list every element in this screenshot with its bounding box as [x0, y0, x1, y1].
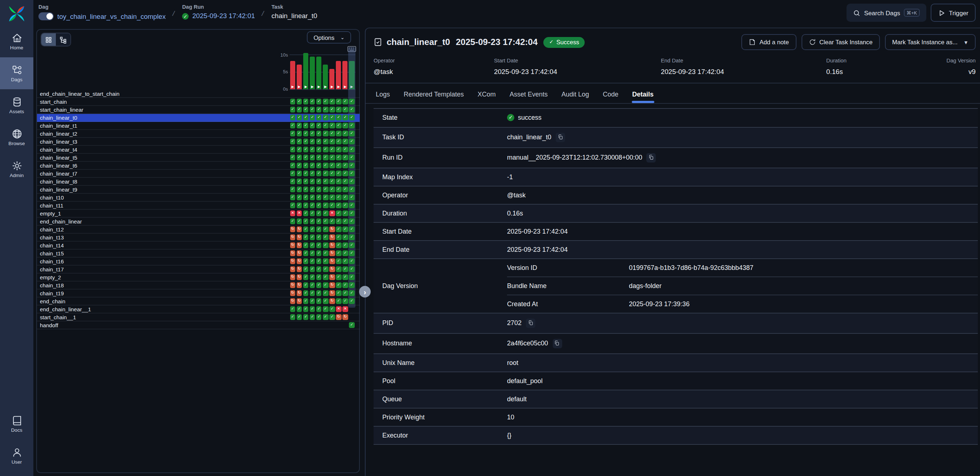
task-name-label[interactable]: chain_linear_t3 — [40, 138, 77, 145]
task-instance-cell-success[interactable]: ✓ — [342, 170, 348, 176]
task-row[interactable]: chain_linear_t2✓✓✓✓✓✓✓✓✓✓ — [37, 130, 360, 138]
task-instance-cell-failed[interactable]: ✕ — [297, 210, 302, 216]
task-instance-cell-success[interactable]: ✓ — [342, 298, 348, 304]
task-instance-cell-success[interactable]: ✓ — [310, 194, 315, 200]
task-name-label[interactable]: start_chain — [40, 98, 67, 105]
task-name-label[interactable]: chain_linear_t9 — [40, 186, 77, 193]
tab-xcom[interactable]: XCom — [477, 84, 496, 103]
task-name-label[interactable]: chain_t10 — [40, 194, 64, 201]
task-instance-cell-success[interactable]: ✓ — [342, 258, 348, 264]
dag-name-link[interactable]: toy_chain_linear_vs_chain_complex — [57, 13, 166, 20]
task-instance-cell-success[interactable]: ✓ — [310, 210, 315, 216]
task-name-label[interactable]: start_chain__1 — [40, 314, 76, 320]
task-instance-cell-success[interactable]: ✓ — [323, 186, 328, 192]
task-row[interactable]: chain_linear_t5✓✓✓✓✓✓✓✓✓✓ — [37, 154, 360, 162]
task-instance-cell-retry[interactable]: ↻ — [297, 290, 302, 296]
task-instance-cell-success[interactable]: ✓ — [290, 202, 295, 208]
task-instance-cell-success[interactable]: ✓ — [323, 306, 328, 312]
task-instance-cell-success[interactable]: ✓ — [290, 154, 295, 160]
task-instance-cell-success[interactable]: ✓ — [336, 226, 341, 232]
task-instance-cell-success[interactable]: ✓ — [290, 170, 295, 176]
task-instance-cell-retry[interactable]: ↻ — [297, 226, 302, 232]
task-instance-cell-success[interactable]: ✓ — [316, 250, 322, 256]
task-instance-cell-success[interactable]: ✓ — [349, 282, 354, 288]
task-instance-cell-success[interactable]: ✓ — [310, 131, 315, 136]
task-instance-cell-success[interactable]: ✓ — [303, 290, 309, 296]
task-instance-cell-success[interactable]: ✓ — [349, 123, 354, 128]
task-instance-cell-success[interactable]: ✓ — [349, 146, 354, 152]
task-instance-cell-success[interactable]: ✓ — [290, 314, 295, 320]
task-instance-cell-retry[interactable]: ↻ — [329, 298, 335, 304]
run-duration-bar[interactable]: ▶ — [303, 53, 308, 89]
task-row[interactable]: start_chain_linear✓✓✓✓✓✓✓✓✓✓ — [37, 106, 360, 114]
task-instance-cell-failed[interactable]: ✕ — [290, 210, 295, 216]
task-instance-cell-success[interactable]: ✓ — [310, 298, 315, 304]
task-instance-cell-success[interactable]: ✓ — [310, 250, 315, 256]
task-instance-cell-success[interactable]: ✓ — [329, 123, 335, 128]
task-instance-cell-retry[interactable]: ↻ — [290, 266, 295, 272]
task-instance-cell-success[interactable]: ✓ — [290, 99, 295, 104]
task-instance-cell-success[interactable]: ✓ — [329, 139, 335, 144]
task-instance-cell-retry[interactable]: ↻ — [290, 234, 295, 240]
task-instance-cell-success[interactable]: ✓ — [323, 210, 328, 216]
task-instance-cell-success[interactable]: ✓ — [349, 139, 354, 144]
task-instance-cell-success[interactable]: ✓ — [310, 146, 315, 152]
task-name-label[interactable]: end_chain — [40, 298, 65, 304]
copy-button[interactable] — [552, 339, 562, 348]
task-instance-cell-success[interactable]: ✓ — [329, 162, 335, 168]
task-instance-cell-success[interactable]: ✓ — [310, 258, 315, 264]
task-instance-cell-success[interactable]: ✓ — [316, 178, 322, 184]
task-row[interactable]: start_chain__1✓✓✓✓✓✓✓↻↻ — [37, 314, 360, 322]
task-instance-cell-success[interactable]: ✓ — [342, 123, 348, 128]
task-instance-cell-success[interactable]: ✓ — [329, 314, 335, 320]
task-instance-cell-retry[interactable]: ↻ — [290, 290, 295, 296]
task-instance-cell-success[interactable]: ✓ — [323, 178, 328, 184]
task-instance-cell-success[interactable]: ✓ — [303, 131, 309, 136]
task-instance-cell-success[interactable]: ✓ — [336, 162, 341, 168]
task-instance-cell-retry[interactable]: ↻ — [290, 298, 295, 304]
copy-button[interactable] — [556, 132, 565, 142]
task-instance-cell-success[interactable]: ✓ — [303, 107, 309, 112]
sidebar-item-home[interactable]: Home — [0, 25, 33, 57]
task-instance-cell-success[interactable]: ✓ — [303, 99, 309, 104]
task-name-label[interactable]: end_chain_linear — [40, 218, 82, 224]
task-instance-cell-success[interactable]: ✓ — [303, 186, 309, 192]
task-instance-cell-success[interactable]: ✓ — [342, 131, 348, 136]
task-instance-cell-success[interactable]: ✓ — [342, 274, 348, 280]
task-instance-cell-success[interactable]: ✓ — [336, 131, 341, 136]
task-instance-cell-success[interactable]: ✓ — [310, 290, 315, 296]
run-duration-bar[interactable]: ▶ — [310, 57, 315, 89]
task-instance-cell-success[interactable]: ✓ — [290, 306, 295, 312]
task-instance-cell-success[interactable]: ✓ — [316, 298, 322, 304]
task-instance-cell-success[interactable]: ✓ — [303, 178, 309, 184]
task-instance-cell-success[interactable]: ✓ — [349, 290, 354, 296]
task-row[interactable]: chain_t14↻↻✓✓✓✓↻✓✓✓ — [37, 242, 360, 250]
task-instance-cell-success[interactable]: ✓ — [310, 115, 315, 120]
task-instance-cell-success[interactable]: ✓ — [310, 218, 315, 224]
task-instance-cell-success[interactable]: ✓ — [349, 258, 354, 264]
task-instance-cell-success[interactable]: ✓ — [316, 210, 322, 216]
task-instance-cell-success[interactable]: ✓ — [342, 250, 348, 256]
task-instance-cell-success[interactable]: ✓ — [310, 139, 315, 144]
task-instance-cell-success[interactable]: ✓ — [336, 186, 341, 192]
task-instance-cell-success[interactable]: ✓ — [297, 178, 302, 184]
task-instance-cell-retry[interactable]: ↻ — [329, 290, 335, 296]
task-instance-cell-success[interactable]: ✓ — [290, 115, 295, 120]
task-instance-cell-success[interactable]: ✓ — [342, 282, 348, 288]
task-row[interactable]: end_chain_linear_to_start_chain — [37, 90, 360, 98]
task-instance-cell-success[interactable]: ✓ — [316, 194, 322, 200]
task-instance-cell-success[interactable]: ✓ — [297, 170, 302, 176]
task-instance-cell-success[interactable]: ✓ — [323, 234, 328, 240]
task-instance-cell-success[interactable]: ✓ — [290, 146, 295, 152]
task-instance-cell-retry[interactable]: ↻ — [290, 242, 295, 248]
task-instance-cell-retry[interactable]: ↻ — [297, 234, 302, 240]
task-instance-cell-success[interactable]: ✓ — [303, 314, 309, 320]
task-instance-cell-success[interactable]: ✓ — [297, 107, 302, 112]
task-instance-cell-success[interactable]: ✓ — [336, 274, 341, 280]
task-instance-cell-success[interactable]: ✓ — [342, 107, 348, 112]
task-instance-cell-success[interactable]: ✓ — [349, 178, 354, 184]
task-instance-cell-success[interactable]: ✓ — [303, 258, 309, 264]
task-instance-cell-success[interactable]: ✓ — [310, 170, 315, 176]
task-instance-cell-success[interactable]: ✓ — [303, 298, 309, 304]
task-row[interactable]: end_chain_linear__1✓✓✓✓✓✓✓✕✕ — [37, 306, 360, 314]
